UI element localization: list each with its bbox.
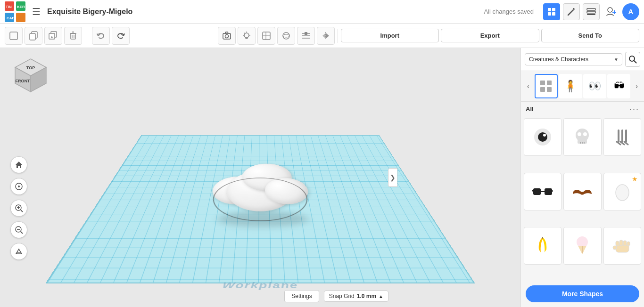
- svg-point-32: [244, 33, 249, 38]
- svg-rect-8: [552, 8, 555, 11]
- zoom-in-btn[interactable]: [10, 200, 27, 217]
- filter-prev-btn[interactable]: ‹: [523, 75, 534, 97]
- svg-line-92: [532, 190, 533, 192]
- svg-rect-104: [613, 246, 617, 250]
- pickaxe-btn[interactable]: [563, 3, 580, 20]
- mirror-btn[interactable]: [317, 27, 335, 45]
- svg-rect-102: [623, 241, 627, 246]
- svg-line-93: [552, 190, 553, 192]
- right-panel: Creatures & Characters Basic Shapes Feat…: [520, 48, 644, 307]
- svg-line-68: [634, 61, 636, 63]
- search-btn[interactable]: [625, 52, 640, 67]
- all-label: All: [526, 105, 534, 113]
- shape-eye[interactable]: [524, 118, 561, 156]
- light-btn[interactable]: [238, 27, 256, 45]
- undo-btn[interactable]: [92, 27, 110, 45]
- export-btn[interactable]: Export: [441, 29, 539, 42]
- svg-rect-100: [616, 241, 619, 246]
- bottom-controls: Settings Snap Grid 1.0 mm ▲: [284, 290, 388, 302]
- redo-btn[interactable]: [112, 27, 130, 45]
- view-cube[interactable]: TOP FRONT: [9, 55, 52, 97]
- topbar-right-icons: A: [543, 3, 639, 20]
- left-controls: [5, 152, 33, 260]
- category-select[interactable]: Creatures & Characters Basic Shapes Feat…: [525, 53, 622, 65]
- shape-egg[interactable]: ★: [603, 173, 641, 210]
- project-title: Exquisite Bigery-Migelo: [47, 8, 479, 16]
- svg-line-11: [568, 10, 573, 15]
- svg-marker-49: [326, 33, 329, 39]
- filter-glasses-btn[interactable]: 🕶: [607, 74, 630, 98]
- svg-point-94: [616, 185, 629, 201]
- align-btn[interactable]: [297, 27, 315, 45]
- svg-rect-18: [10, 32, 17, 40]
- settings-btn[interactable]: Settings: [284, 290, 319, 302]
- copy-btn[interactable]: [25, 27, 42, 45]
- send-to-btn[interactable]: Send To: [541, 29, 640, 42]
- filter-eyes-btn[interactable]: 👀: [583, 74, 606, 98]
- avatar[interactable]: A: [622, 3, 639, 20]
- svg-point-78: [578, 132, 581, 136]
- svg-point-79: [583, 132, 587, 136]
- add-user-btn[interactable]: [603, 3, 619, 20]
- duplicate-btn[interactable]: [44, 27, 62, 45]
- filter-character-btn[interactable]: 🧍: [559, 74, 582, 98]
- zoom-fit-btn[interactable]: [10, 178, 27, 195]
- snap-grid-control[interactable]: Snap Grid 1.0 mm ▲: [324, 291, 388, 302]
- toolbar: Import Export Send To: [0, 24, 644, 48]
- filter-next-btn[interactable]: ›: [631, 75, 642, 97]
- new-shape-btn[interactable]: [5, 27, 23, 45]
- svg-rect-89: [533, 188, 541, 195]
- cloud-outline: [202, 164, 319, 219]
- svg-marker-48: [322, 33, 326, 39]
- snap-grid-value: 1.0 mm: [357, 293, 376, 299]
- viewport[interactable]: TOP FRONT: [0, 48, 520, 307]
- shape-view-btn[interactable]: [257, 27, 275, 45]
- svg-text:TIN: TIN: [6, 5, 12, 9]
- more-shapes-btn[interactable]: More Shapes: [526, 285, 639, 302]
- shape-legs[interactable]: [603, 118, 641, 156]
- home-view-btn[interactable]: [10, 156, 27, 173]
- svg-rect-70: [547, 81, 552, 85]
- grid-area: [45, 135, 475, 283]
- svg-rect-7: [548, 8, 551, 11]
- svg-point-41: [283, 32, 289, 39]
- svg-rect-13: [587, 11, 595, 13]
- more-options-btn[interactable]: ···: [629, 104, 639, 114]
- all-label-row: All ···: [521, 102, 644, 116]
- svg-rect-3: [16, 13, 25, 22]
- ring-view-btn[interactable]: [277, 27, 295, 45]
- shape-skull[interactable]: [563, 118, 601, 156]
- zoom-out-btn[interactable]: [10, 221, 27, 238]
- shape-mustache[interactable]: [563, 173, 601, 210]
- panel-separator: [338, 29, 338, 43]
- filter-all-btn[interactable]: [535, 74, 558, 98]
- import-btn[interactable]: Import: [341, 29, 439, 42]
- shape-banana[interactable]: [524, 227, 561, 265]
- cloud-shape: [202, 164, 319, 219]
- tinkercad-logo[interactable]: TIN KER CAD: [5, 1, 25, 22]
- svg-point-15: [608, 8, 612, 12]
- perspective-btn[interactable]: [10, 243, 27, 260]
- shapes-grid: ★: [521, 116, 644, 282]
- svg-line-60: [21, 210, 23, 212]
- svg-rect-25: [71, 33, 75, 39]
- svg-rect-10: [552, 12, 555, 16]
- svg-text:KER: KER: [17, 5, 25, 9]
- menu-icon[interactable]: ☰: [30, 4, 42, 19]
- collapse-panel-btn[interactable]: ❯: [388, 168, 397, 187]
- svg-rect-38: [263, 32, 270, 40]
- grid-view-btn[interactable]: [543, 3, 560, 20]
- camera-view-btn[interactable]: [218, 27, 236, 45]
- svg-text:TOP: TOP: [26, 65, 35, 70]
- collapse-arrow-icon: ❯: [390, 174, 396, 181]
- svg-rect-20: [30, 33, 35, 40]
- shape-cool-glasses[interactable]: [524, 173, 561, 210]
- svg-point-42: [283, 34, 289, 37]
- storage-btn[interactable]: [583, 3, 600, 20]
- snap-grid-label: Snap Grid: [329, 293, 355, 299]
- svg-rect-71: [540, 87, 545, 92]
- svg-rect-90: [545, 188, 552, 195]
- shape-fist[interactable]: [603, 227, 641, 265]
- delete-btn[interactable]: [64, 27, 82, 45]
- shape-ice-cream[interactable]: [563, 227, 601, 265]
